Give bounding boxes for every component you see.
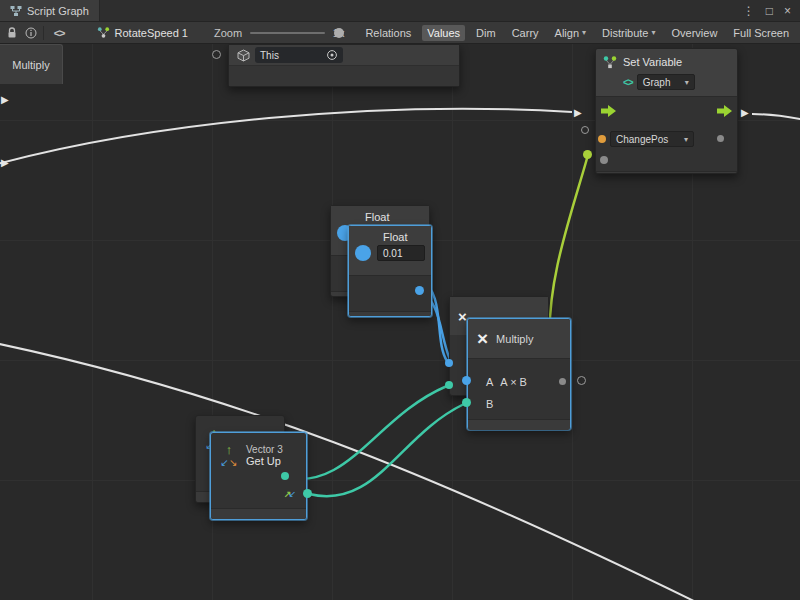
graph-kind-icon: <> [623,77,633,88]
arrow-up-icon: ↑ [226,443,233,456]
toolbar-button-values[interactable]: Values [422,25,465,41]
toolbar-divider [43,26,44,40]
wire-multiply-to-set-variable[interactable] [550,155,588,344]
toolbar-button-fullscreen[interactable]: Full Screen [728,25,794,41]
lock-button[interactable] [6,25,18,41]
flow-arrowhead-icon: ▶ [1,158,9,168]
zoom-slider-handle[interactable] [334,28,344,38]
set-variable-value-port[interactable] [583,150,592,159]
flow-output-port[interactable] [717,105,732,119]
toolbar-button-distribute-label: Distribute [602,27,648,39]
zoom-slider[interactable] [250,26,325,40]
flow-input-port[interactable] [601,105,616,119]
graph-asset-icon [97,26,110,39]
script-graph-icon [10,5,22,17]
float-output-port[interactable] [415,286,424,295]
tab-script-graph[interactable]: Script Graph [0,0,100,21]
object-picker-icon[interactable] [326,49,338,61]
arrow-down-right-icon: ↘ [229,457,237,468]
multiply-ghost-input-b-port[interactable] [445,381,453,389]
graph-canvas[interactable]: Float × ↑ ↙↘ Vector 3 Float [0,44,800,600]
float-value-field[interactable]: 0.01 [377,245,425,261]
node-this[interactable]: This [228,44,460,87]
vector3-icon: ↑ ↙↘ [218,443,240,468]
cube-icon [237,49,250,62]
multiply-output-port-outer[interactable] [577,376,586,385]
lock-icon [6,27,18,39]
zoom-label: Zoom [214,27,242,39]
wire-flow-bottom[interactable] [0,342,700,600]
menu-icon[interactable]: ⋮ [743,5,755,17]
wire-vector3-to-multiply[interactable] [309,404,464,496]
this-object-field[interactable]: This [255,47,343,63]
graph-asset[interactable]: RotateSpeed 1 [97,26,188,39]
window-controls: ⋮ □ × [734,0,800,21]
flow-arrowhead-icon: ▶ [574,108,582,118]
toolbar-button-relations[interactable]: Relations [360,25,416,41]
variable-name-port[interactable] [598,135,606,143]
window-tab-bar: Script Graph ⋮ □ × [0,0,800,22]
toolbar-button-align[interactable]: Align ▾ [550,25,591,41]
this-object-label: This [260,50,279,61]
node-title: Float [383,231,425,243]
close-icon[interactable]: × [784,5,791,17]
graph-name-label: RotateSpeed 1 [115,27,188,39]
graph-toolbar: <> RotateSpeed 1 Zoom 1x Relations Value… [0,22,800,44]
port-b-label: B [486,398,493,410]
wire-flow-right[interactable] [752,114,800,120]
code-view-button[interactable]: <> [50,27,69,39]
toolbar-button-distribute[interactable]: Distribute ▾ [597,25,660,41]
variable-kind-value: Graph [643,77,671,88]
node-set-variable[interactable]: Set Variable <> Graph ▾ ChangePos ▾ [595,48,738,174]
chevron-down-icon: ▾ [684,135,688,144]
chevron-down-icon: ▾ [582,28,586,37]
chevron-down-icon: ▾ [652,28,656,37]
multiply-icon: × [458,309,467,324]
toolbar-button-carry[interactable]: Carry [507,25,544,41]
toolbar-button-overview[interactable]: Overview [667,25,723,41]
multiply-input-a-port[interactable] [462,376,471,385]
node-vector3-get-up[interactable]: ↑ ↙↘ Vector 3 Get Up ↗↙ [210,432,307,520]
port-a-label: A [486,376,493,388]
variable-kind-dropdown[interactable]: Graph ▾ [637,74,695,90]
node-title: Multiply [496,333,533,345]
toolbar-button-dim[interactable]: Dim [471,25,501,41]
node-multiply[interactable]: × Multiply A A × B B [467,318,571,430]
variable-name-dropdown[interactable]: ChangePos ▾ [610,131,694,147]
node-title: Set Variable [623,56,682,68]
variable-output-port[interactable] [717,135,724,142]
zoom-slider-track [250,32,325,34]
maximize-icon[interactable]: □ [766,5,773,17]
port-out-label: A × B [500,376,527,388]
arrow-down-left-icon: ↙ [221,457,229,468]
wire-flow-left[interactable] [0,109,572,166]
float-type-icon [355,245,371,261]
node-float[interactable]: Float 0.01 [348,225,432,317]
set-variable-icon [602,54,618,70]
vector3-ghost-output-port[interactable] [281,472,289,480]
chevron-down-icon: ▾ [685,78,689,87]
node-title: Get Up [246,455,283,467]
variable-name-value: ChangePos [616,134,668,145]
this-input-port[interactable] [212,50,221,59]
multiply-ghost-input-a-port[interactable] [445,359,453,367]
port-row-b: B [468,393,570,415]
info-button[interactable] [24,25,36,41]
flow-arrowhead-icon: ▶ [1,95,9,105]
multiply-input-b-port[interactable] [462,398,471,407]
toolbar-button-align-label: Align [555,27,579,39]
info-icon [25,27,37,39]
value-input-port[interactable] [600,156,608,164]
multiply-output-port[interactable] [559,378,566,385]
node-title: Float [365,211,423,223]
set-variable-name-port-outer[interactable] [581,126,589,134]
port-row-a: A A × B [468,371,570,393]
vector3-output-icon: ↗↙ [284,487,296,499]
node-type-label: Vector 3 [246,444,283,455]
flow-arrowhead-icon: ▶ [741,108,749,118]
tab-label: Script Graph [27,5,89,17]
vector3-output-port[interactable] [303,489,312,498]
multiply-icon: × [477,329,488,348]
